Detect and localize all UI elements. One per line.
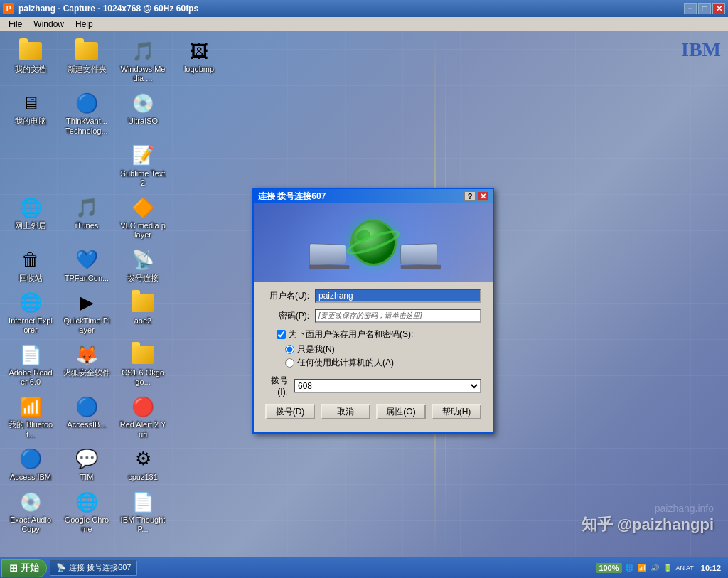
taskbar-item-icon: 📡 bbox=[56, 563, 66, 572]
save-credentials-checkbox[interactable] bbox=[277, 330, 286, 339]
title-bar: P paizhang - Capture - 1024x768 @ 60Hz 6… bbox=[0, 0, 728, 17]
dial-button[interactable]: 拨号(D) bbox=[265, 404, 315, 419]
start-flag-icon: ⊞ bbox=[9, 562, 18, 574]
menu-help[interactable]: Help bbox=[70, 18, 99, 31]
radio-me[interactable] bbox=[285, 345, 294, 354]
dial-up-dialog: 连接 拨号连接607 ? ✕ bbox=[252, 188, 494, 434]
properties-button[interactable]: 属性(O) bbox=[376, 404, 426, 419]
dialog-body: 用户名(U): 密码(P): 为下面用户保存用户名和密码(S): bbox=[254, 282, 493, 432]
dialog-title-bar: 连接 拨号连接607 ? ✕ bbox=[254, 189, 493, 203]
window-title: paizhang - Capture - 1024x768 @ 60Hz 60f… bbox=[18, 4, 684, 14]
minimize-button[interactable]: − bbox=[684, 3, 697, 14]
radio-anyone-label: 任何使用此计算机的人(A) bbox=[297, 357, 394, 369]
close-button[interactable]: ✕ bbox=[712, 3, 725, 14]
dial-row: 拨号(I): 608 bbox=[265, 375, 481, 397]
menu-file[interactable]: File bbox=[3, 18, 28, 31]
help-button[interactable]: 帮助(H) bbox=[432, 404, 481, 419]
password-input[interactable] bbox=[315, 309, 481, 323]
taskbar-active-item[interactable]: 📡 连接 拨号连接607 bbox=[50, 560, 137, 576]
dialog-title-text: 连接 拨号连接607 bbox=[258, 191, 464, 203]
radio-me-row: 只是我(N) bbox=[285, 343, 481, 355]
radio-anyone[interactable] bbox=[285, 358, 294, 368]
dialog-overlay: 连接 拨号连接607 ? ✕ bbox=[0, 31, 728, 557]
taskbar-item-label: 连接 拨号连接607 bbox=[69, 562, 131, 573]
tray-volume-icon: 🔊 bbox=[649, 564, 660, 572]
dialog-title-buttons: ? ✕ bbox=[464, 191, 488, 201]
maximize-button[interactable]: □ bbox=[698, 3, 711, 14]
start-label: 开始 bbox=[21, 562, 39, 574]
tray-bluetooth-icon: 📶 bbox=[636, 564, 648, 572]
save-credentials-row: 为下面用户保存用户名和密码(S): bbox=[277, 328, 481, 341]
save-credentials-label: 为下面用户保存用户名和密码(S): bbox=[289, 328, 413, 341]
dialog-help-button[interactable]: ? bbox=[464, 191, 476, 201]
username-input[interactable] bbox=[315, 289, 481, 303]
username-row: 用户名(U): bbox=[265, 289, 481, 303]
radio-anyone-row: 任何使用此计算机的人(A) bbox=[285, 357, 481, 369]
tray-network-icon: 🌐 bbox=[623, 564, 635, 572]
dial-label: 拨号(I): bbox=[265, 375, 294, 397]
app-icon: P bbox=[3, 3, 14, 14]
cancel-button[interactable]: 取消 bbox=[321, 404, 370, 419]
dial-select[interactable]: 608 bbox=[294, 379, 481, 393]
tray-icons: AN AT bbox=[675, 564, 695, 572]
dialog-banner bbox=[254, 203, 493, 282]
zoom-badge: 100% bbox=[596, 563, 621, 573]
menu-bar: File Window Help bbox=[0, 17, 728, 31]
window-controls: − □ ✕ bbox=[684, 3, 725, 14]
dialog-close-button[interactable]: ✕ bbox=[477, 191, 488, 201]
desktop: IBM 我的文档 新建文件夹 🎵 Windows Media ... bbox=[0, 31, 728, 557]
username-label: 用户名(U): bbox=[265, 290, 315, 302]
taskbar: ⊞ 开始 📡 连接 拨号连接607 100% 🌐 📶 🔊 🔋 AN AT 10:… bbox=[0, 557, 728, 578]
radio-me-label: 只是我(N) bbox=[297, 343, 335, 355]
taskbar-tray: 100% 🌐 📶 🔊 🔋 AN AT 10:12 bbox=[593, 563, 728, 573]
button-row: 拨号(D) 取消 属性(O) 帮助(H) bbox=[265, 404, 481, 425]
capture-window: P paizhang - Capture - 1024x768 @ 60Hz 6… bbox=[0, 0, 728, 578]
password-label: 密码(P): bbox=[265, 310, 315, 322]
start-button[interactable]: ⊞ 开始 bbox=[1, 559, 47, 577]
tray-time: 10:12 bbox=[697, 564, 725, 572]
tray-battery-icon: 🔋 bbox=[662, 564, 673, 572]
password-row: 密码(P): bbox=[265, 309, 481, 323]
menu-window[interactable]: Window bbox=[28, 18, 70, 31]
